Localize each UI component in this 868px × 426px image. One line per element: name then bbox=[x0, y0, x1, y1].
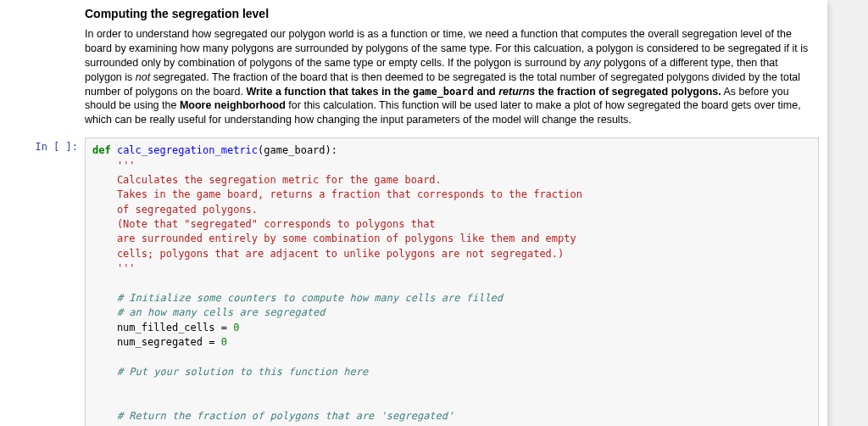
code-input-area[interactable]: def calc_segregation_metric(game_board):… bbox=[85, 137, 819, 426]
markdown-cell: Computing the segregation level In order… bbox=[0, 0, 827, 134]
code-cell: In [ ]: def calc_segregation_metric(game… bbox=[0, 134, 827, 426]
input-prompt: In [ ]: bbox=[8, 137, 85, 426]
section-heading: Computing the segregation level bbox=[85, 7, 810, 20]
notebook-page: Computing the segregation level In order… bbox=[0, 0, 827, 426]
section-paragraph: In order to understand how segregated ou… bbox=[85, 27, 810, 127]
